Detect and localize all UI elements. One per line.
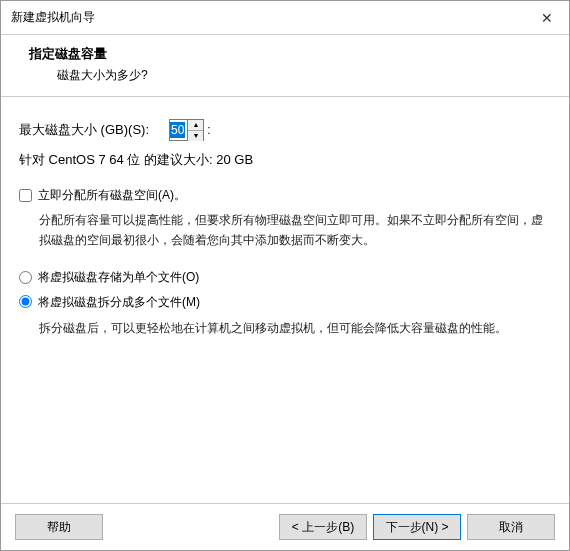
colon: : bbox=[207, 122, 210, 139]
next-button[interactable]: 下一步(N) > bbox=[373, 514, 461, 540]
window-title: 新建虚拟机向导 bbox=[11, 9, 95, 26]
store-split-row[interactable]: 将虚拟磁盘拆分成多个文件(M) bbox=[19, 294, 551, 311]
store-single-radio[interactable] bbox=[19, 271, 32, 284]
wizard-content: 最大磁盘大小 (GB)(S): 50 ▲ ▼ : 针对 CentOS 7 64 … bbox=[1, 97, 569, 503]
close-icon[interactable]: ✕ bbox=[524, 1, 569, 35]
help-button[interactable]: 帮助 bbox=[15, 514, 103, 540]
spinner-buttons[interactable]: ▲ ▼ bbox=[187, 120, 203, 140]
disk-size-row: 最大磁盘大小 (GB)(S): 50 ▲ ▼ : bbox=[19, 119, 551, 141]
wizard-window: 新建虚拟机向导 ✕ 指定磁盘容量 磁盘大小为多少? 最大磁盘大小 (GB)(S)… bbox=[0, 0, 570, 551]
allocate-now-row[interactable]: 立即分配所有磁盘空间(A)。 bbox=[19, 187, 551, 204]
allocate-now-checkbox[interactable] bbox=[19, 189, 32, 202]
recommend-text: 针对 CentOS 7 64 位 的建议大小: 20 GB bbox=[19, 151, 551, 169]
allocate-now-label: 立即分配所有磁盘空间(A)。 bbox=[38, 187, 186, 204]
store-single-row[interactable]: 将虚拟磁盘存储为单个文件(O) bbox=[19, 269, 551, 286]
store-split-hint: 拆分磁盘后，可以更轻松地在计算机之间移动虚拟机，但可能会降低大容量磁盘的性能。 bbox=[19, 318, 551, 338]
spinner-down-icon[interactable]: ▼ bbox=[188, 131, 203, 141]
back-button[interactable]: < 上一步(B) bbox=[279, 514, 367, 540]
spinner-up-icon[interactable]: ▲ bbox=[188, 120, 203, 131]
disk-size-spinner[interactable]: 50 ▲ ▼ bbox=[169, 119, 204, 141]
cancel-button[interactable]: 取消 bbox=[467, 514, 555, 540]
titlebar: 新建虚拟机向导 ✕ bbox=[1, 1, 569, 35]
allocate-hint: 分配所有容量可以提高性能，但要求所有物理磁盘空间立即可用。如果不立即分配所有空间… bbox=[19, 210, 551, 251]
store-single-label: 将虚拟磁盘存储为单个文件(O) bbox=[38, 269, 199, 286]
wizard-header: 指定磁盘容量 磁盘大小为多少? bbox=[1, 35, 569, 97]
disk-size-value[interactable]: 50 bbox=[170, 122, 185, 139]
disk-size-label: 最大磁盘大小 (GB)(S): bbox=[19, 121, 149, 139]
store-split-radio[interactable] bbox=[19, 295, 32, 308]
wizard-footer: 帮助 < 上一步(B) 下一步(N) > 取消 bbox=[1, 503, 569, 550]
page-title: 指定磁盘容量 bbox=[29, 45, 551, 63]
nav-buttons: < 上一步(B) 下一步(N) > 取消 bbox=[279, 514, 555, 540]
store-split-label: 将虚拟磁盘拆分成多个文件(M) bbox=[38, 294, 200, 311]
page-subtitle: 磁盘大小为多少? bbox=[29, 67, 551, 84]
